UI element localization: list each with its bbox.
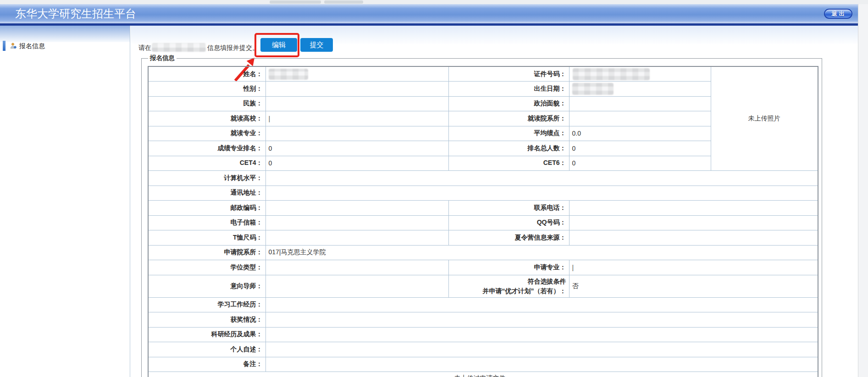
page-title: 东华大学研究生招生平台 <box>15 4 136 23</box>
instruction-prefix: 请在 <box>138 44 151 51</box>
form-value: 0.0 <box>569 126 711 141</box>
app-header: 东华大学研究生招生平台 退出 <box>0 4 858 23</box>
form-label: 获奖情况： <box>148 312 265 328</box>
form-label: 备注： <box>148 357 265 372</box>
form-value <box>569 111 711 126</box>
form-label: 就读院系所： <box>448 111 569 126</box>
form-label: 计算机水平： <box>148 171 265 186</box>
form-value: 否 <box>569 275 818 297</box>
form-value: 017|马克思主义学院 <box>265 245 818 260</box>
form-value <box>265 66 448 82</box>
sidebar: 报名信息 <box>0 26 130 377</box>
form-label: 民族： <box>148 96 265 111</box>
redacted-value <box>269 69 308 80</box>
form-value: 0 <box>265 156 448 171</box>
form-label: 通讯地址： <box>148 186 265 201</box>
fieldset-legend: 报名信息 <box>148 54 177 62</box>
form-value <box>569 201 818 216</box>
form-value <box>265 230 448 246</box>
instruction-suffix: 信息填报并提交。 <box>207 44 259 51</box>
sidebar-item-enrollment-info[interactable]: 报名信息 <box>0 40 130 51</box>
form-value <box>569 66 711 82</box>
form-label: 电子信箱： <box>148 215 265 230</box>
form-value <box>569 215 818 230</box>
form-label: CET6： <box>448 156 569 171</box>
main-content: 请在信息填报并提交。 编辑 提交 报名信息 姓名：证件号码：未上传照片性别：出生… <box>131 26 858 377</box>
form-value <box>265 82 448 97</box>
form-label: 姓名： <box>148 66 265 82</box>
app-window: 东华大学研究生招生平台 退出 报名信息 请在信息填报并提交。 编辑 提交 报名信 <box>0 0 868 377</box>
attachment-note: 未上传过申请文件。 <box>148 372 818 377</box>
form-value <box>265 201 448 216</box>
form-label: 科研经历及成果： <box>148 327 265 342</box>
form-value <box>265 312 818 328</box>
form-value <box>265 327 818 342</box>
form-label: 就读专业： <box>148 126 265 141</box>
form-value <box>265 297 818 312</box>
form-label: 出生日期： <box>448 82 569 97</box>
form-label: 政治面貌： <box>448 96 569 111</box>
form-label: 平均绩点： <box>448 126 569 141</box>
form-value <box>265 275 448 297</box>
form-label: 意向导师： <box>148 275 265 297</box>
form-label: T恤尺码： <box>148 230 265 246</box>
form-value: 0 <box>265 141 448 156</box>
form-label: QQ号码： <box>448 215 569 230</box>
sidebar-item-label: 报名信息 <box>19 40 45 51</box>
form-label: CET4： <box>148 156 265 171</box>
form-value: | <box>265 111 448 126</box>
text-caret: | <box>572 264 574 271</box>
form-value <box>265 171 818 186</box>
form-label: 邮政编码： <box>148 201 265 216</box>
form-value: | <box>569 260 818 275</box>
user-icon <box>10 42 17 49</box>
browser-top-strip <box>0 0 868 4</box>
text-caret: | <box>269 115 271 122</box>
vertical-scrollbar[interactable] <box>858 4 868 377</box>
form-label: 成绩专业排名： <box>148 141 265 156</box>
submit-button[interactable]: 提交 <box>300 38 333 52</box>
form-label: 性别： <box>148 82 265 97</box>
form-label: 排名总人数： <box>448 141 569 156</box>
active-item-accent <box>3 41 6 51</box>
redacted-value <box>572 83 614 95</box>
form-table-body: 姓名：证件号码：未上传照片性别：出生日期：民族：政治面貌：就读高校：|就读院系所… <box>148 66 818 377</box>
form-label: 证件号码： <box>448 66 569 82</box>
form-value: 0 <box>569 156 711 171</box>
edit-button[interactable]: 编辑 <box>260 38 297 52</box>
sidebar-gradient <box>0 26 130 42</box>
form-value <box>265 126 448 141</box>
form-label: 学位类型： <box>148 260 265 275</box>
form-label: 申请院系所： <box>148 245 265 260</box>
redacted-value <box>573 68 650 80</box>
form-value <box>569 96 711 111</box>
form-value <box>265 96 448 111</box>
form-value: 0 <box>569 141 711 156</box>
form-label: 申请专业： <box>448 260 569 275</box>
redacted-text <box>152 43 206 52</box>
form-value <box>569 230 818 246</box>
form-label: 就读高校： <box>148 111 265 126</box>
form-table: 姓名：证件号码：未上传照片性别：出生日期：民族：政治面貌：就读高校：|就读院系所… <box>148 66 818 377</box>
top-tab-shape <box>270 0 321 4</box>
form-value <box>265 186 818 201</box>
form-label: 联系电话： <box>448 201 569 216</box>
instruction-text: 请在信息填报并提交。 <box>138 41 259 54</box>
form-label: 学习工作经历： <box>148 297 265 312</box>
form-value <box>569 82 711 97</box>
form-value <box>265 260 448 275</box>
top-tab-shape <box>324 0 363 4</box>
form-label: 个人自述： <box>148 342 265 357</box>
form-value <box>265 342 818 357</box>
photo-placeholder: 未上传照片 <box>711 66 818 171</box>
form-label: 夏令营信息来源： <box>448 230 569 246</box>
form-value <box>265 215 448 230</box>
logout-button[interactable]: 退出 <box>824 9 852 19</box>
form-value <box>265 357 818 372</box>
form-label: 符合选拔条件并申请“优才计划”（若有）： <box>448 275 569 297</box>
